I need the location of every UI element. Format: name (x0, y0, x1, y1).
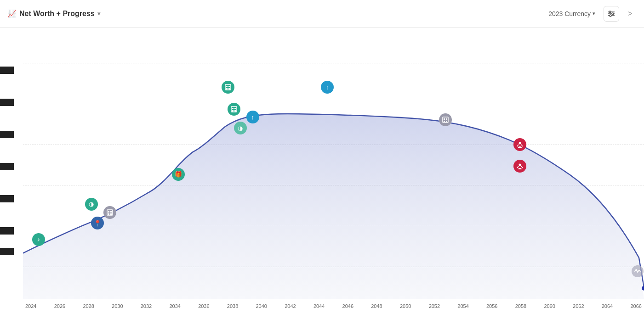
header-right: 2023 Currency ▾ > (545, 6, 637, 22)
x-label-2042: 2042 (285, 303, 296, 309)
x-label-2034: 2034 (169, 303, 180, 309)
svg-rect-25 (446, 121, 447, 122)
svg-rect-11 (225, 84, 231, 90)
svg-rect-15 (228, 88, 230, 89)
svg-rect-18 (234, 108, 236, 109)
x-label-2050: 2050 (400, 303, 411, 309)
event-icon-building-1[interactable] (222, 81, 234, 94)
x-label-2048: 2048 (371, 303, 382, 309)
x-label-2046: 2046 (342, 303, 353, 309)
event-icon-half-2[interactable]: ◑ (234, 122, 247, 134)
y-axis (0, 28, 23, 298)
svg-rect-20 (234, 110, 236, 112)
event-icon-arrow-up-2[interactable]: ↑ (321, 81, 334, 94)
svg-point-4 (612, 13, 614, 15)
currency-selector[interactable]: 2023 Currency ▾ (545, 8, 599, 19)
svg-point-3 (609, 11, 611, 13)
x-label-2044: 2044 (313, 303, 325, 309)
svg-line-30 (517, 166, 519, 168)
event-icon-building-2[interactable] (228, 103, 240, 116)
title-dropdown-icon[interactable]: ▾ (97, 11, 100, 17)
event-icon-arrow-up-1[interactable]: ↑ (246, 111, 259, 123)
svg-rect-8 (110, 211, 112, 212)
x-label-2024: 2024 (25, 303, 36, 309)
svg-rect-17 (232, 108, 234, 109)
svg-rect-13 (228, 86, 230, 87)
x-label-2052: 2052 (429, 303, 440, 309)
chart-icon: 📈 (7, 9, 17, 18)
chart-svg (23, 28, 644, 299)
x-label-2054: 2054 (457, 303, 468, 309)
event-icon-sound[interactable]: ♪ (32, 233, 45, 246)
x-label-2064: 2064 (602, 303, 613, 309)
next-arrow[interactable]: > (624, 7, 637, 20)
x-label-2040: 2040 (256, 303, 267, 309)
x-label-2036: 2036 (198, 303, 209, 309)
header: 📈 Net Worth + Progress ▾ 2023 Currency ▾ (0, 0, 644, 28)
svg-line-27 (517, 145, 519, 146)
filter-icon (607, 10, 616, 18)
event-icon-scissors-2[interactable] (513, 160, 526, 173)
event-icon-building-3[interactable] (439, 113, 452, 126)
svg-point-26 (519, 142, 521, 144)
svg-rect-19 (232, 110, 234, 112)
svg-rect-14 (226, 88, 228, 89)
currency-dropdown-icon: ▾ (593, 11, 595, 17)
x-label-2028: 2028 (83, 303, 94, 309)
svg-rect-10 (110, 213, 112, 215)
svg-rect-21 (443, 117, 448, 123)
svg-rect-24 (444, 121, 445, 122)
svg-line-28 (521, 145, 523, 146)
x-label-2032: 2032 (141, 303, 152, 309)
x-label-2062: 2062 (573, 303, 584, 309)
currency-label: 2023 Currency (548, 10, 591, 17)
x-label-2066: 2066 (630, 303, 641, 309)
x-label-2026: 2026 (54, 303, 65, 309)
x-axis: 2024 2026 2028 2030 2032 2034 2036 2038 … (23, 299, 644, 313)
chart-inner: ♪ ◑ 📍 🎁 ◑ ↑ ↑ (23, 28, 644, 299)
health-icon[interactable] (631, 265, 644, 279)
title-text: Net Worth + Progress (19, 10, 95, 18)
x-label-2030: 2030 (112, 303, 123, 309)
svg-rect-22 (444, 118, 445, 120)
x-label-2058: 2058 (515, 303, 526, 309)
svg-line-31 (521, 166, 523, 168)
svg-rect-6 (107, 210, 113, 215)
x-label-2060: 2060 (544, 303, 555, 309)
x-label-2056: 2056 (486, 303, 497, 309)
area-fill (23, 114, 644, 299)
svg-point-29 (519, 163, 521, 166)
svg-rect-12 (226, 86, 228, 87)
page-title: 📈 Net Worth + Progress ▾ (7, 9, 100, 18)
header-left: 📈 Net Worth + Progress ▾ (7, 9, 100, 18)
end-dot (642, 286, 644, 291)
event-icon-location[interactable]: 📍 (91, 217, 104, 229)
event-icon-gift[interactable]: 🎁 (172, 168, 185, 181)
svg-rect-7 (108, 211, 109, 212)
event-icon-half-circle[interactable]: ◑ (85, 198, 98, 211)
event-icon-building-gray[interactable] (103, 206, 116, 219)
svg-rect-9 (108, 213, 109, 215)
svg-rect-16 (231, 106, 237, 112)
chart-area: ♪ ◑ 📍 🎁 ◑ ↑ ↑ (0, 28, 644, 313)
svg-point-5 (610, 15, 611, 17)
event-icon-scissors-1[interactable] (513, 138, 526, 151)
filter-button[interactable] (604, 6, 619, 22)
svg-rect-23 (446, 118, 447, 120)
x-label-2038: 2038 (227, 303, 238, 309)
